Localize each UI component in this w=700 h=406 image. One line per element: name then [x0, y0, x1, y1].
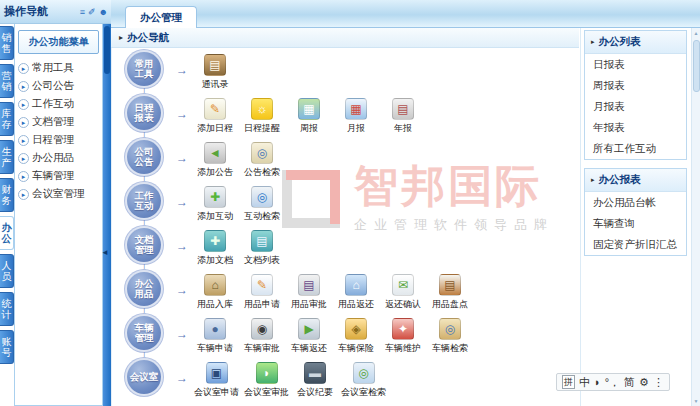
left-nav-header-icons: ≡✐☻ — [80, 7, 108, 17]
shortcut-item[interactable]: ▤通讯录 — [194, 54, 236, 91]
menu-item-schedule-management[interactable]: ▸日程管理 — [15, 131, 102, 149]
ime-lang-chinese[interactable]: 中 — [579, 374, 590, 390]
shortcut-item[interactable]: ▣会议室申请 — [194, 362, 239, 399]
shortcut-item[interactable]: ▤年报 — [382, 98, 424, 135]
panel-box-office-reports: ▸办公报表办公用品台帐车辆查询固定资产折旧汇总 — [584, 168, 687, 256]
shortcut-label: 用品盘点 — [432, 298, 468, 311]
shortcut-item[interactable]: ⌂用品返还 — [335, 274, 377, 311]
module-tab-inventory[interactable]: 库存 — [0, 102, 14, 136]
panel-box-header-office-lists[interactable]: ▸办公列表 — [585, 31, 686, 54]
panel-link-item[interactable]: 办公用品台帐 — [585, 192, 686, 213]
shortcut-item[interactable]: ◄添加公告 — [194, 142, 236, 179]
menu-item-label: 工作互动 — [32, 97, 74, 111]
shortcut-item[interactable]: ▦周报 — [288, 98, 330, 135]
shortcut-item[interactable]: ◎互动检索 — [241, 186, 283, 223]
category-circle-common-tools[interactable]: 常用工具 — [127, 52, 161, 86]
shortcut-item[interactable]: ◗会议室审批 — [244, 362, 289, 399]
shortcut-item[interactable]: ☼日程提醒 — [241, 98, 283, 135]
menu-item-company-announcement[interactable]: ▸公司公告 — [15, 77, 102, 95]
module-tab-statistics[interactable]: 统计 — [0, 292, 14, 326]
panel-link-item[interactable]: 车辆查询 — [585, 213, 686, 234]
category-circle-work-interaction[interactable]: 工作互动 — [127, 184, 161, 218]
menu-item-office-supplies[interactable]: ▸办公用品 — [15, 149, 102, 167]
pin-icon[interactable]: ✐ — [88, 7, 96, 17]
panel-link-item[interactable]: 日报表 — [585, 54, 686, 75]
office-nav-section-bar[interactable]: ▸ 办公导航 — [111, 28, 579, 48]
shortcut-item[interactable]: ▤用品审批 — [288, 274, 330, 311]
office-flow-row-office-supplies: 办公用品↓→⌂用品入库✎用品申请▤用品审批⌂用品返还✉返还确认▤用品盘点 — [118, 272, 579, 316]
menu-item-vehicle-management[interactable]: ▸车辆管理 — [15, 167, 102, 185]
shortcut-item[interactable]: ✎用品申请 — [241, 274, 283, 311]
panel-link-item[interactable]: 所有工作互动 — [585, 138, 686, 159]
user-icon[interactable]: ☻ — [99, 7, 108, 17]
panel-link-item[interactable]: 固定资产折旧汇总 — [585, 234, 686, 255]
ime-settings-icon[interactable]: ⚙ — [639, 374, 649, 390]
shortcut-item[interactable]: ✚添加文档 — [194, 230, 236, 267]
shortcut-item[interactable]: ▦月报 — [335, 98, 377, 135]
shortcut-label: 车辆申请 — [197, 342, 233, 355]
shortcut-item[interactable]: ▶车辆返还 — [288, 318, 330, 355]
shortcut-item[interactable]: ⌂用品入库 — [194, 274, 236, 311]
ime-punctuation-icon[interactable]: °， — [605, 374, 620, 390]
module-tab-marketing[interactable]: 营销 — [0, 64, 14, 98]
shortcut-item[interactable]: ✦车辆维护 — [382, 318, 424, 355]
module-tab-office[interactable]: 办公 — [0, 216, 14, 250]
shortcut-item[interactable]: ✎添加日程 — [194, 98, 236, 135]
right-arrow-icon: → — [170, 371, 194, 385]
scrollbar-thumb[interactable] — [693, 40, 700, 92]
module-tab-account[interactable]: 账号 — [0, 330, 14, 364]
panel-link-item[interactable]: 年报表 — [585, 117, 686, 138]
shortcut-item[interactable]: ◎会议室检索 — [341, 362, 386, 399]
shortcut-label: 添加公告 — [197, 166, 233, 179]
list-view-icon[interactable]: ≡ — [80, 7, 85, 17]
menu-item-work-interaction[interactable]: ▸工作互动 — [15, 95, 102, 113]
panel-box-header-office-reports[interactable]: ▸办公报表 — [585, 169, 686, 192]
shortcut-item[interactable]: ◈车辆保险 — [335, 318, 377, 355]
shortcut-label: 公告检索 — [244, 166, 280, 179]
shortcut-item[interactable]: ✉返还确认 — [382, 274, 424, 311]
module-tab-production[interactable]: 生产 — [0, 140, 14, 174]
right-scrollbar[interactable]: ▲ ▼ — [691, 28, 700, 406]
clipboard-icon: ▤ — [439, 274, 461, 296]
category-circle-company-announcement[interactable]: 公司公告 — [127, 140, 161, 174]
truck-icon: ▶ — [298, 318, 320, 340]
panel-link-item[interactable]: 月报表 — [585, 96, 686, 117]
shortcut-item[interactable]: ▤用品盘点 — [429, 274, 471, 311]
category-circle-vehicle-management[interactable]: 车辆管理 — [127, 316, 161, 350]
category-circle-office-supplies[interactable]: 办公用品 — [127, 272, 161, 306]
menu-item-meeting-room-management[interactable]: ▸会议室管理 — [15, 185, 102, 203]
down-arrow-icon: ↓ — [141, 219, 147, 228]
shortcut-item[interactable]: ◎车辆检索 — [429, 318, 471, 355]
collapse-arrow-icon[interactable]: ◄ — [101, 248, 109, 257]
shortcut-item[interactable]: ▬会议纪要 — [294, 362, 336, 399]
module-tab-personnel[interactable]: 人员 — [0, 254, 14, 288]
scroll-down-icon[interactable]: ▼ — [692, 396, 700, 406]
shortcut-item[interactable]: ●车辆申请 — [194, 318, 236, 355]
ime-halfwidth-icon[interactable]: ◗ — [594, 374, 601, 390]
category-circle-document-management[interactable]: 文档管理 — [127, 228, 161, 262]
shortcut-item[interactable]: ✚添加互动 — [194, 186, 236, 223]
ime-simplified-icon[interactable]: 简 — [624, 374, 635, 390]
tab-office-management[interactable]: 办公管理 — [125, 6, 197, 28]
shortcut-item[interactable]: ◎公告检索 — [241, 142, 283, 179]
module-tab-sales[interactable]: 销售 — [0, 26, 14, 60]
office-function-menu-button[interactable]: 办公功能菜单 — [18, 30, 99, 54]
screen-icon: ▣ — [206, 362, 228, 384]
splitter-scroll-thumb[interactable] — [104, 26, 110, 74]
office-flow-row-company-announcement: 公司公告↓→◄添加公告◎公告检索 — [118, 140, 579, 184]
module-tab-finance[interactable]: 财务 — [0, 178, 14, 212]
shortcut-item[interactable]: ◉车辆审批 — [241, 318, 283, 355]
ime-input-mode-icon[interactable]: 拼 — [562, 375, 575, 389]
category-circle-meeting-room[interactable]: 会议室 — [127, 360, 161, 394]
menu-item-common-tools[interactable]: ▸常用工具 — [15, 59, 102, 77]
shortcut-item[interactable]: ▤文档列表 — [241, 230, 283, 267]
category-circle-schedule-report[interactable]: 日程报表 — [127, 96, 161, 130]
scroll-up-icon[interactable]: ▲ — [692, 28, 700, 38]
panel-link-item[interactable]: 周报表 — [585, 75, 686, 96]
arrow-bullet-icon: ▸ — [18, 135, 29, 146]
ime-more-icon[interactable]: ⋮ — [653, 374, 664, 390]
menu-item-document-management[interactable]: ▸文档管理 — [15, 113, 102, 131]
car-person-icon: ● — [204, 318, 226, 340]
shortcut-label: 年报 — [394, 122, 412, 135]
panel-splitter[interactable]: ◄ — [103, 24, 111, 406]
